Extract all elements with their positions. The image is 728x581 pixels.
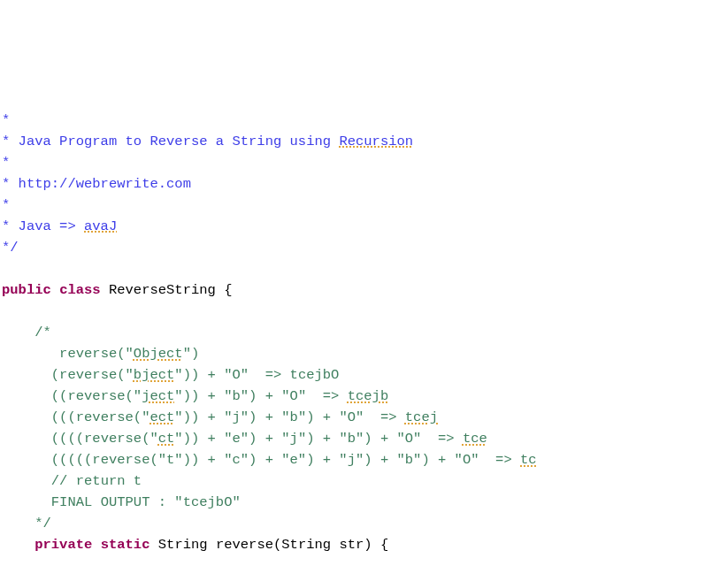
comment-line: * Java => avaJ [2, 218, 117, 234]
comment-line: */ [2, 240, 19, 256]
class-decl: public class ReverseString { [2, 282, 232, 298]
comment-line: * [2, 197, 10, 213]
comment-line: * Java Program to Reverse a String using… [2, 134, 413, 149]
method-decl: private static String reverse(String str… [2, 537, 388, 553]
code-block: * * Java Program to Reverse a String usi… [2, 88, 726, 581]
block-comment: /* reverse("Object") (reverse("bject")) … [2, 325, 537, 531]
comment-line: * [2, 155, 10, 171]
comment-line: * [2, 112, 10, 128]
comment-line: * http://webrewrite.com [2, 176, 191, 192]
